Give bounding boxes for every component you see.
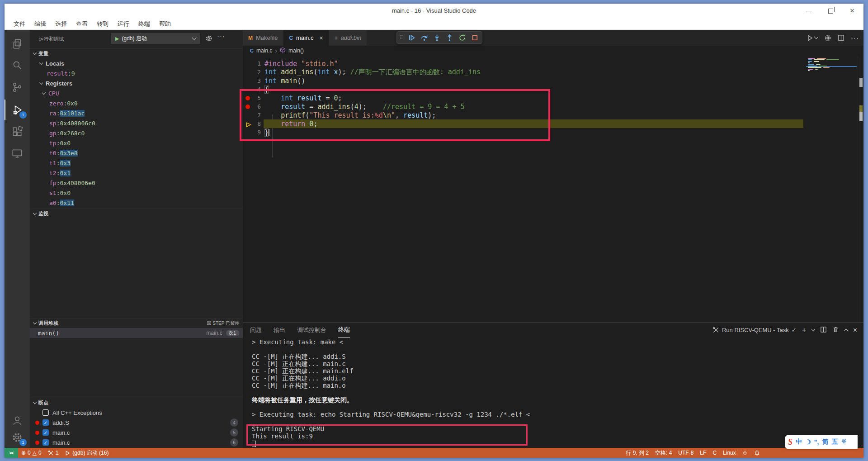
minimize-button[interactable]	[804, 6, 814, 16]
new-terminal-icon[interactable]: +	[802, 326, 807, 335]
drag-handle-icon[interactable]: ⠿	[399, 36, 404, 39]
call-stack-section-header[interactable]: 调用堆栈 因 STEP 已暂停	[30, 318, 243, 328]
ime-wubi[interactable]: 五	[831, 438, 838, 446]
tab-main.c[interactable]: Cmain.c×	[283, 30, 329, 46]
more-actions-icon[interactable]: ···	[851, 34, 859, 42]
debug-settings-gear-icon[interactable]	[205, 35, 212, 44]
overview-ruler[interactable]	[858, 56, 863, 322]
ime-simplified[interactable]: 简	[822, 438, 828, 446]
variable-row[interactable]: result: 9	[30, 68, 243, 78]
terminal-dropdown-icon[interactable]	[811, 328, 815, 331]
code-editor[interactable]: 1#include "stdio.h"2int addi_ins(int x);…	[243, 56, 863, 322]
register-row[interactable]: zero: 0x0	[30, 98, 243, 108]
minimap[interactable]	[806, 56, 858, 322]
language-mode[interactable]: C	[709, 448, 720, 458]
terminal-task-item[interactable]: Run RISCV-QEMU - Task ✓	[712, 327, 797, 333]
os-indicator[interactable]: Linux	[720, 448, 739, 458]
explorer-icon[interactable]	[5, 33, 30, 54]
register-row[interactable]: t1: 0x3	[30, 158, 243, 168]
panel-tab-问题[interactable]: 问题	[250, 323, 262, 337]
launch-config-dropdown[interactable]: ▶ (gdb) 启动	[111, 33, 200, 44]
extensions-icon[interactable]	[5, 121, 30, 142]
register-row[interactable]: a0: 0x11	[30, 198, 243, 208]
remote-indicator[interactable]: ><	[5, 448, 18, 458]
menu-item[interactable]: 帮助	[156, 19, 175, 29]
ime-punctuation[interactable]: ”,	[814, 438, 819, 446]
breakpoint-row[interactable]: All C++ Exceptions	[30, 408, 243, 418]
problems-indicator[interactable]: ⊗ 0 △ 0	[18, 448, 45, 458]
sogou-logo[interactable]: S	[788, 437, 793, 447]
register-row[interactable]: gp: 0x268c0	[30, 128, 243, 138]
breakpoint-row[interactable]: ✓main.c6	[30, 437, 243, 447]
menu-item[interactable]: 编辑	[31, 19, 50, 29]
breakpoints-section-header[interactable]: 断点	[30, 398, 243, 408]
kill-terminal-icon[interactable]	[832, 326, 839, 334]
breakpoint-row[interactable]: ✓main.c5	[30, 428, 243, 437]
register-row[interactable]: tp: 0x0	[30, 138, 243, 148]
menu-item[interactable]: 选择	[52, 19, 71, 29]
register-row[interactable]: ra: 0x101ac	[30, 108, 243, 118]
ime-mode-chinese[interactable]: 中	[796, 438, 802, 446]
register-row[interactable]: s1: 0x0	[30, 188, 243, 198]
source-control-icon[interactable]	[5, 77, 30, 98]
split-terminal-icon[interactable]	[820, 326, 827, 334]
breakpoint-checkbox[interactable]: ✓	[42, 429, 49, 436]
eol-sequence[interactable]: LF	[697, 448, 709, 458]
search-icon[interactable]	[5, 55, 30, 76]
encoding[interactable]: UTF-8	[675, 448, 697, 458]
feedback-icon[interactable]: ☺	[739, 448, 751, 458]
ime-settings-gear-icon[interactable]	[841, 438, 847, 446]
panel-tab-调试控制台[interactable]: 调试控制台	[297, 323, 326, 337]
restore-button[interactable]	[826, 6, 835, 16]
breadcrumb-file[interactable]: main.c	[256, 48, 272, 54]
register-row[interactable]: sp: 0x408006c0	[30, 118, 243, 128]
breadcrumb-symbol[interactable]: main()	[288, 48, 304, 54]
split-editor-icon[interactable]	[838, 34, 844, 41]
watch-section-header[interactable]: 监视	[30, 209, 243, 219]
breakpoint-checkbox[interactable]: ✓	[42, 439, 49, 446]
indentation[interactable]: 空格: 4	[652, 448, 675, 458]
continue-button[interactable]	[406, 32, 417, 43]
ime-moon-icon[interactable]: ☽	[805, 438, 811, 446]
terminal-output[interactable]: > Executing task: make < CC -[M] 正在构建...…	[243, 337, 863, 445]
run-file-icon[interactable]	[807, 34, 818, 42]
menu-item[interactable]: 运行	[114, 19, 133, 29]
menu-item[interactable]: 文件	[10, 19, 29, 29]
debug-session-indicator[interactable]: (gdb) 启动 (16)	[61, 448, 112, 458]
close-button[interactable]: ×	[847, 6, 857, 16]
register-row[interactable]: t2: 0x1	[30, 168, 243, 178]
panel-tab-终端[interactable]: 终端	[338, 323, 350, 337]
menu-item[interactable]: 查看	[72, 19, 91, 29]
close-panel-icon[interactable]: ×	[853, 326, 857, 334]
step-out-button[interactable]	[444, 32, 455, 43]
locals-group[interactable]: Locals	[30, 58, 243, 68]
breakpoint-gutter[interactable]	[245, 96, 252, 100]
notifications-bell-icon[interactable]	[751, 448, 763, 458]
stack-frame-row[interactable]: main() main.c 8:1	[30, 328, 243, 338]
tab-Makefile[interactable]: MMakefile	[243, 30, 283, 46]
menu-item[interactable]: 转到	[93, 19, 112, 29]
breakpoint-row[interactable]: ✓addi.S4	[30, 418, 243, 428]
variables-section-header[interactable]: 变量	[30, 48, 243, 58]
panel-tab-输出[interactable]: 输出	[274, 323, 285, 337]
cursor-position[interactable]: 行 9, 列 2	[623, 448, 652, 458]
run-and-debug-icon[interactable]: 1	[5, 100, 30, 120]
tab-addi.bin[interactable]: ≡addi.bin	[329, 30, 368, 46]
maximize-panel-icon[interactable]	[844, 329, 848, 333]
cpu-group[interactable]: CPU	[30, 88, 243, 98]
breakpoint-gutter[interactable]	[245, 105, 252, 109]
register-row[interactable]: fp: 0x408006e0	[30, 178, 243, 188]
settings-gear-icon[interactable]: 1	[5, 427, 30, 448]
close-tab-icon[interactable]: ×	[319, 34, 323, 42]
breakpoint-gutter[interactable]: ▷	[245, 120, 252, 128]
stop-button[interactable]	[469, 32, 480, 43]
breakpoint-checkbox[interactable]: ✓	[42, 419, 49, 426]
register-row[interactable]: t0: 0x3e8	[30, 148, 243, 158]
menu-item[interactable]: 终端	[135, 19, 154, 29]
more-actions-icon[interactable]: ···	[217, 32, 225, 40]
restart-button[interactable]	[457, 32, 467, 43]
step-into-button[interactable]	[431, 32, 442, 43]
breakpoint-checkbox[interactable]	[42, 409, 49, 416]
start-debug-icon[interactable]: ▶	[115, 36, 119, 42]
step-over-button[interactable]	[419, 32, 429, 43]
